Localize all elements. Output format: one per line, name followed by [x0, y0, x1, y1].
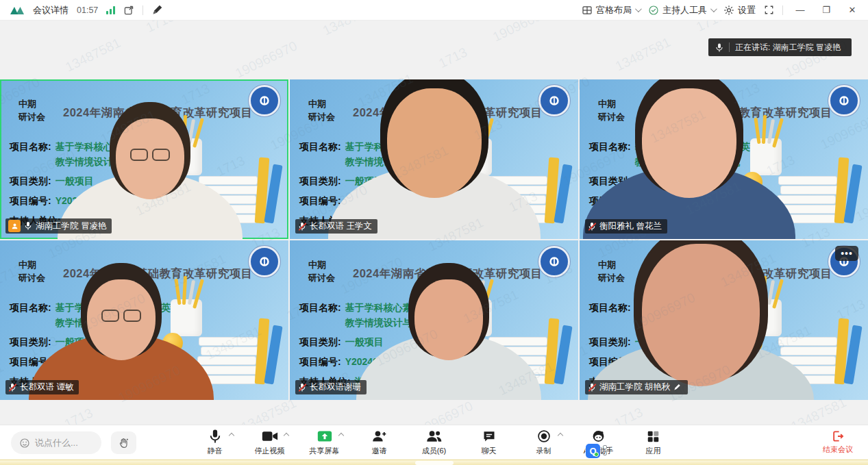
chevron-up-icon[interactable]	[557, 433, 562, 438]
mic-status-icon	[298, 383, 306, 392]
chat-quick-input[interactable]: 说点什么...	[11, 431, 101, 454]
floating-q-handle[interactable]	[603, 445, 607, 455]
participant-name: 湖南工学院 冒凌艳	[36, 221, 106, 232]
speaking-toast: 正在讲话: 湖南工学院 冒凌艳	[708, 38, 852, 56]
participant-name-tag: 湖南工学院 胡艳秋	[585, 380, 688, 394]
participant-name: 长郡双语 王学文	[310, 221, 372, 232]
host-badge-icon	[8, 220, 21, 232]
participant-tile[interactable]: 中期 研讨会 2024年湖南省基础教育改革研究项目 项目名称:基于学科核心素养的…	[580, 79, 868, 239]
annotation-pen-icon[interactable]	[151, 4, 163, 16]
toolbar-button-apps[interactable]: 应用	[634, 428, 673, 456]
participant-name: 长郡双语 谭敏	[20, 381, 73, 393]
toolbar-button-record[interactable]: 录制	[525, 428, 563, 456]
books-art	[197, 309, 280, 384]
settings-button[interactable]: 设置	[723, 4, 756, 16]
host-tools-menu[interactable]: 主持人工具	[648, 4, 715, 16]
grid-layout-icon	[582, 5, 593, 16]
gear-icon	[723, 5, 734, 16]
participant-name-tag: 长郡双语 王学文	[295, 219, 377, 234]
participant-name: 衡阳雅礼 曾花兰	[599, 221, 662, 232]
toolbar-button-label: 共享屏幕	[310, 446, 340, 456]
minimize-button[interactable]: —	[791, 3, 809, 18]
share-screen-icon	[317, 428, 332, 444]
raise-hand-button[interactable]	[111, 431, 136, 454]
field-label: 项目名称:	[589, 301, 631, 330]
toolbar-button-share-screen[interactable]: 共享屏幕	[306, 428, 344, 456]
host-tools-label: 主持人工具	[662, 4, 707, 16]
slide-phase-text: 中期 研讨会	[598, 259, 625, 285]
chevron-up-icon[interactable]	[228, 433, 234, 438]
chevron-down-icon	[710, 5, 717, 12]
floating-q-assistant-icon[interactable]: Q	[586, 444, 600, 458]
speaking-label: 正在讲话:	[735, 42, 770, 52]
apps-icon	[647, 428, 660, 444]
participant-tile[interactable]: 中期 研讨会 2024年湖南省基础教育改革研究项目 项目名称:基于学科核心素养的…	[0, 79, 288, 239]
field-label: 项目类别:	[10, 335, 51, 350]
mic-status-icon	[24, 221, 32, 231]
slide-phase-text: 中期 研讨会	[308, 98, 335, 124]
glasses	[130, 149, 170, 161]
participant-tile[interactable]: 中期 研讨会 2024年湖南省基础教育改革研究项目 项目名称:基于学科核心素养的…	[290, 240, 578, 400]
mic-status-icon	[298, 222, 306, 231]
settings-label: 设置	[738, 4, 756, 16]
participant-name-tag: 衡阳雅礼 曾花兰	[585, 219, 667, 234]
grid-layout-label: 宫格布局	[596, 4, 632, 16]
university-logo	[249, 246, 280, 277]
speaking-name: 湖南工学院 冒凌艳	[773, 42, 841, 52]
participant-tile[interactable]: 中期 研讨会 2024年湖南省基础教育改革研究项目 项目名称:基于学科核心素养的…	[290, 79, 578, 239]
chat-icon	[482, 428, 496, 444]
network-signal-icon[interactable]	[106, 6, 115, 14]
meeting-details-link[interactable]: 会议详情	[33, 4, 69, 16]
glasses	[101, 310, 141, 322]
mic-status-icon	[588, 383, 596, 392]
smiley-icon	[19, 438, 30, 449]
field-label: 项目名称:	[10, 140, 51, 169]
field-label: 项目类别:	[589, 335, 631, 350]
fullscreen-icon[interactable]	[764, 5, 774, 15]
chevron-up-icon[interactable]	[338, 433, 343, 438]
university-logo	[828, 85, 860, 116]
slide-phase-text: 中期 研讨会	[18, 98, 45, 124]
field-label: 项目名称:	[299, 301, 341, 330]
toolbar-button-label: 邀请	[372, 446, 387, 456]
end-meeting-icon	[831, 429, 845, 443]
meeting-timer: 01:57	[77, 5, 98, 15]
chevron-down-icon	[635, 5, 642, 12]
share-window-icon[interactable]	[123, 5, 134, 16]
participant-name-tag: 湖南工学院 冒凌艳	[5, 218, 112, 234]
mic-icon	[715, 42, 723, 53]
toolbar-button-label: 成员(6)	[422, 446, 446, 456]
mic-icon	[208, 428, 222, 444]
close-button[interactable]: ✕	[843, 3, 861, 18]
restore-button[interactable]: ❐	[817, 3, 835, 18]
toolbar-button-chat[interactable]: 聊天	[470, 428, 508, 456]
bottom-toolbar: 说点什么... 静音停止视频共享屏幕邀请成员(6)聊天录制AI小助手应用 结束会…	[0, 425, 868, 460]
tile-more-button[interactable]: •••	[835, 246, 858, 261]
field-label: 项目类别:	[299, 174, 341, 189]
toolbar-button-members[interactable]: 成员(6)	[415, 428, 454, 456]
participant-name-tag: 长郡双语谢珊	[295, 380, 367, 394]
field-label: 项目名称:	[589, 140, 631, 169]
field-label: 项目编号:	[299, 194, 341, 209]
end-meeting-label: 结束会议	[823, 444, 853, 455]
chevron-up-icon[interactable]	[283, 433, 288, 438]
title-bar: 会议详情 01:57 宫格布局 主持人工具	[0, 0, 868, 21]
toolbar-button-invite[interactable]: 邀请	[360, 428, 399, 456]
participant-tile[interactable]: 中期 研讨会 2024年湖南省基础教育改革研究项目 项目名称:基于学科核心素养的…	[580, 240, 868, 400]
field-value: 一般项目	[345, 335, 384, 350]
toolbar-center-buttons: 静音停止视频共享屏幕邀请成员(6)聊天录制AI小助手应用	[196, 428, 673, 456]
field-value: 一般项目	[55, 174, 94, 189]
slide-phase-text: 中期 研讨会	[598, 98, 625, 124]
chat-input-placeholder: 说点什么...	[35, 437, 78, 449]
participant-tile[interactable]: 中期 研讨会 2024年湖南省基础教育改革研究项目 项目名称:基于学科核心素养的…	[0, 240, 288, 400]
bottom-edge-banner[interactable]	[0, 460, 868, 465]
field-label: 项目编号:	[299, 355, 341, 370]
toolbar-button-camera[interactable]: 停止视频	[251, 428, 289, 456]
university-logo	[538, 85, 570, 116]
field-label: 项目类别:	[299, 335, 341, 350]
university-logo	[538, 246, 570, 277]
end-meeting-button[interactable]: 结束会议	[823, 429, 853, 455]
toolbar-button-mic[interactable]: 静音	[196, 428, 234, 456]
slide-phase-text: 中期 研讨会	[308, 259, 335, 285]
grid-layout-menu[interactable]: 宫格布局	[582, 4, 640, 16]
